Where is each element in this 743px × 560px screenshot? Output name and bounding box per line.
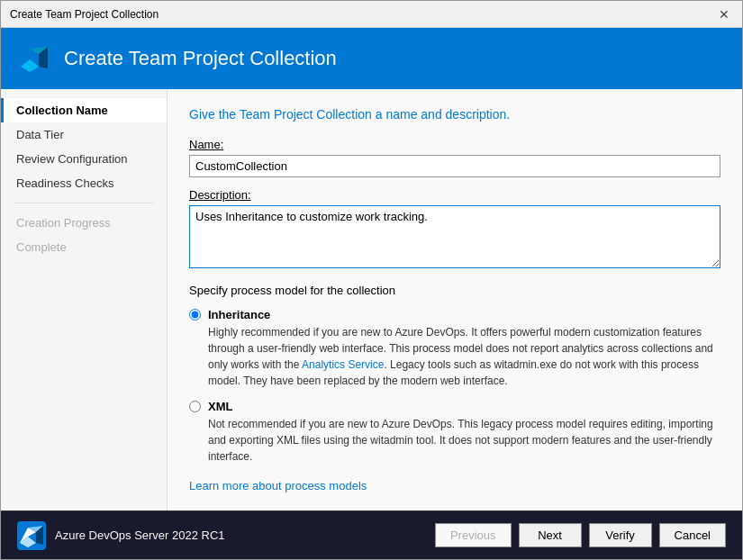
ado-logo-icon — [17, 41, 51, 76]
content-heading: Give the Team Project Collection a name … — [189, 107, 720, 122]
header-title: Create Team Project Collection — [64, 47, 337, 70]
verify-button[interactable]: Verify — [589, 523, 652, 547]
xml-radio[interactable] — [189, 401, 201, 412]
sidebar-item-complete: Complete — [1, 235, 167, 259]
inheritance-radio[interactable] — [189, 309, 201, 321]
sidebar-item-readiness-checks[interactable]: Readiness Checks — [1, 171, 167, 195]
footer: Azure DevOps Server 2022 RC1 Previous Ne… — [1, 510, 742, 559]
sidebar-item-collection-name[interactable]: Collection Name — [1, 98, 167, 122]
description-textarea[interactable] — [189, 205, 720, 268]
sidebar-item-creation-progress: Creation Progress — [1, 211, 167, 235]
main-window: Create Team Project Collection ✕ Create … — [0, 0, 743, 560]
inheritance-title[interactable]: Inheritance — [208, 308, 720, 321]
next-button[interactable]: Next — [519, 523, 582, 547]
header: Create Team Project Collection — [1, 28, 742, 89]
process-model-radio-group: Inheritance Highly recommended if you ar… — [189, 308, 720, 465]
name-input[interactable] — [189, 155, 720, 177]
title-bar: Create Team Project Collection ✕ — [1, 1, 742, 28]
footer-brand: Azure DevOps Server 2022 RC1 — [17, 521, 225, 550]
content-area: Give the Team Project Collection a name … — [168, 89, 742, 510]
title-bar-text: Create Team Project Collection — [10, 8, 159, 21]
sidebar: Collection Name Data Tier Review Configu… — [1, 89, 168, 510]
footer-logo-icon — [17, 521, 46, 550]
sidebar-item-data-tier[interactable]: Data Tier — [1, 122, 167, 147]
process-section-title: Specify process model for the collection — [189, 284, 720, 297]
analytics-service-link[interactable]: Analytics Service — [302, 358, 384, 371]
close-button[interactable]: ✕ — [715, 8, 733, 21]
xml-description: Not recommended if you are new to Azure … — [208, 416, 720, 465]
description-label: Description: — [189, 188, 720, 202]
xml-option: XML Not recommended if you are new to Az… — [189, 400, 720, 465]
sidebar-item-review-configuration[interactable]: Review Configuration — [1, 147, 167, 171]
main-content: Collection Name Data Tier Review Configu… — [1, 89, 742, 510]
cancel-button[interactable]: Cancel — [659, 523, 726, 547]
inheritance-label-group: Inheritance Highly recommended if you ar… — [208, 308, 720, 389]
footer-brand-text: Azure DevOps Server 2022 RC1 — [55, 528, 225, 542]
learn-more-link[interactable]: Learn more about process models — [189, 479, 367, 492]
previous-button[interactable]: Previous — [435, 523, 512, 547]
sidebar-divider — [14, 203, 154, 203]
inheritance-description: Highly recommended if you are new to Azu… — [208, 324, 720, 389]
xml-label-group: XML Not recommended if you are new to Az… — [208, 400, 720, 465]
xml-title[interactable]: XML — [208, 400, 720, 413]
name-label: Name: — [189, 138, 720, 151]
footer-buttons: Previous Next Verify Cancel — [435, 523, 726, 547]
inheritance-option: Inheritance Highly recommended if you ar… — [189, 308, 720, 389]
